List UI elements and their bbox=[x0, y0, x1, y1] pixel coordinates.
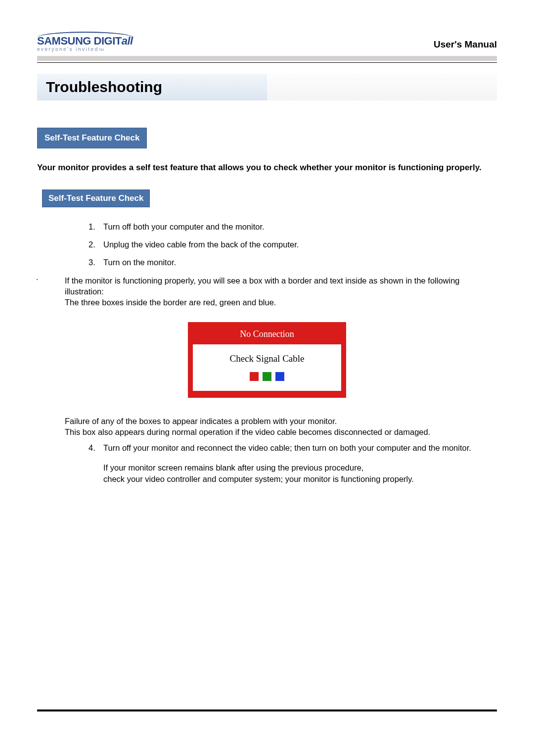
step-4-block: 4. Turn off your monitor and reconnect t… bbox=[65, 442, 497, 484]
subsection-heading: Self-Test Feature Check bbox=[42, 189, 150, 207]
list-item: 1. Turn off both your computer and the m… bbox=[65, 221, 497, 232]
step-explanation: If the monitor is functioning properly, … bbox=[65, 275, 497, 308]
page-header: SAMSUNG DIGITall everyone's invitedTM Us… bbox=[37, 35, 497, 52]
post-ill-line-2: This box also appears during normal oper… bbox=[65, 426, 497, 437]
footer-rule bbox=[37, 709, 497, 711]
step-text: Turn on the monitor. bbox=[103, 258, 176, 267]
steps-list: 1. Turn off both your computer and the m… bbox=[65, 221, 497, 268]
header-rule bbox=[37, 62, 497, 63]
title-left: Troubleshooting bbox=[37, 74, 267, 100]
manual-label: User's Manual bbox=[434, 39, 497, 50]
step-text: Unplug the video cable from the back of … bbox=[103, 240, 299, 249]
step-number: 3. bbox=[89, 257, 95, 268]
list-item: 4. Turn off your monitor and reconnect t… bbox=[65, 442, 497, 453]
title-right bbox=[267, 74, 497, 100]
rgb-boxes bbox=[198, 372, 336, 381]
step-text: Turn off both your computer and the moni… bbox=[103, 222, 265, 231]
dot-marker: . bbox=[36, 273, 38, 282]
logo-italic: all bbox=[122, 35, 133, 47]
blue-box-icon bbox=[275, 372, 284, 381]
illustration-body: Check Signal Cable bbox=[198, 353, 336, 364]
page-title: Troubleshooting bbox=[46, 79, 258, 95]
green-box-icon bbox=[263, 372, 271, 381]
title-band: Troubleshooting bbox=[37, 74, 497, 100]
step-number: 4. bbox=[89, 442, 95, 453]
brand-logo: SAMSUNG DIGITall everyone's invitedTM bbox=[37, 35, 133, 52]
post-illustration-text: Failure of any of the boxes to appear in… bbox=[65, 416, 497, 438]
logo-text: SAMSUNG DIGITall bbox=[37, 35, 133, 47]
logo-brand: SAMSUNG DIGIT bbox=[37, 35, 122, 47]
illustration-header: No Connection bbox=[193, 327, 341, 344]
list-item: 3. Turn on the monitor. bbox=[65, 257, 497, 268]
followup-line-2: check your video controller and computer… bbox=[103, 473, 497, 484]
no-connection-illustration: No Connection Check Signal Cable bbox=[188, 322, 346, 398]
step-number: 2. bbox=[89, 239, 95, 250]
illustration-inner: Check Signal Cable bbox=[193, 344, 341, 391]
followup-line-1: If your monitor screen remains blank aft… bbox=[103, 462, 497, 473]
step-4-followup: If your monitor screen remains blank aft… bbox=[65, 462, 497, 484]
explain-line-2: The three boxes inside the border are re… bbox=[65, 297, 497, 308]
post-ill-line-1: Failure of any of the boxes to appear in… bbox=[65, 416, 497, 426]
red-box-icon bbox=[250, 372, 259, 381]
step-number: 1. bbox=[89, 221, 95, 232]
step-text: Turn off your monitor and reconnect the … bbox=[103, 442, 497, 453]
header-bar bbox=[37, 56, 497, 61]
list-item: 2. Unplug the video cable from the back … bbox=[65, 239, 497, 250]
explain-line-1: If the monitor is functioning properly, … bbox=[65, 275, 497, 297]
intro-text: Your monitor provides a self test featur… bbox=[37, 162, 497, 174]
section-heading: Self-Test Feature Check bbox=[37, 128, 147, 148]
